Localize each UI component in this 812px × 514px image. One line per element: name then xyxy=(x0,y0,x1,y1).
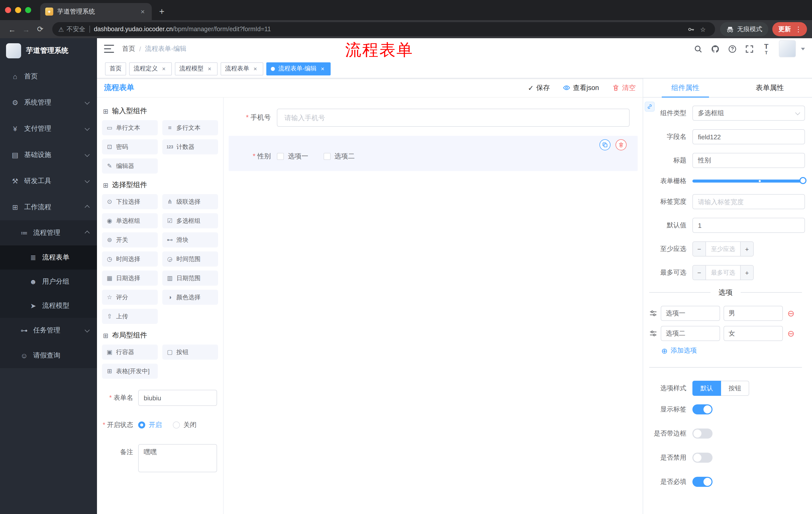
view-json-button[interactable]: 查看json xyxy=(563,83,599,92)
style-default-button[interactable]: 默认 xyxy=(692,381,721,396)
component-editor[interactable]: ✎编辑器 xyxy=(102,158,158,173)
component-color-picker[interactable]: ◑颜色选择 xyxy=(162,290,218,305)
copy-field-button[interactable] xyxy=(600,139,610,151)
delete-field-button[interactable] xyxy=(615,139,627,151)
tag-process-form-edit[interactable]: 流程表单-编辑 × xyxy=(266,62,330,75)
style-button-button[interactable]: 按钮 xyxy=(721,381,749,396)
tag-process-definition[interactable]: 流程定义 × xyxy=(129,62,172,75)
option-label-input[interactable] xyxy=(661,306,720,321)
sidebar-item-task-mgmt[interactable]: ⊶ 任务管理 xyxy=(0,318,97,343)
canvas-field-phone[interactable]: 手机号 xyxy=(229,105,638,131)
component-password[interactable]: ⊡密码 xyxy=(102,139,158,154)
tab-form-props[interactable]: 表单属性 xyxy=(728,78,812,97)
zoom-window-button[interactable] xyxy=(25,7,31,13)
sidebar-item-process-form[interactable]: ≣ 流程表单 xyxy=(0,245,97,270)
component-date-range[interactable]: ▥日期范围 xyxy=(162,271,218,286)
tab-close-icon[interactable]: × xyxy=(139,7,147,16)
component-checkbox-group[interactable]: ☑多选框组 xyxy=(162,213,218,228)
label-width-input[interactable] xyxy=(692,194,805,209)
checkbox-option-2[interactable]: 选项二 xyxy=(323,152,355,161)
minus-button[interactable]: − xyxy=(693,242,706,256)
tag-home[interactable]: 首页 xyxy=(105,62,126,75)
save-button[interactable]: ✓ 保存 xyxy=(528,83,550,92)
address-bar[interactable]: ⚠ 不安全 dashboard.yudao.iocoder.cn/bpm/man… xyxy=(52,22,715,36)
sidebar-toggle-icon[interactable] xyxy=(104,45,114,53)
sidebar-item-devtools[interactable]: ⚒ 研发工具 xyxy=(0,168,97,194)
show-label-toggle[interactable] xyxy=(692,404,713,414)
help-icon[interactable] xyxy=(726,42,738,55)
tag-process-form[interactable]: 流程表单 × xyxy=(221,62,263,75)
sidebar-item-infra[interactable]: ▤ 基础设施 xyxy=(0,142,97,168)
component-table[interactable]: ⊞表格[开发中] xyxy=(102,363,158,379)
title-input[interactable] xyxy=(692,153,805,168)
checkbox-option-1[interactable]: 选项一 xyxy=(277,152,308,161)
component-time-range[interactable]: ◶时间范围 xyxy=(162,251,218,267)
form-grid-slider[interactable] xyxy=(692,180,803,183)
search-icon[interactable] xyxy=(691,42,704,55)
drag-handle-icon[interactable] xyxy=(649,329,657,337)
drag-handle-icon[interactable] xyxy=(649,309,657,317)
form-canvas[interactable]: 手机号 xyxy=(224,98,643,514)
component-button[interactable]: ▢按钮 xyxy=(162,345,218,360)
canvas-field-gender-selected[interactable]: 性别 选项一 选项二 xyxy=(229,136,638,171)
browser-menu-icon[interactable]: ⋮ xyxy=(793,25,804,33)
field-name-input[interactable] xyxy=(692,129,805,144)
component-single-line-text[interactable]: ▭单行文本 xyxy=(102,120,158,135)
component-row-container[interactable]: ▣行容器 xyxy=(102,345,158,360)
bookmark-star-icon[interactable]: ☆ xyxy=(697,23,709,35)
avatar[interactable] xyxy=(779,40,796,57)
status-radio-open[interactable]: 开启 xyxy=(138,421,162,430)
component-cascader[interactable]: ⋔级联选择 xyxy=(162,194,218,209)
form-remark-textarea[interactable]: 嘿嘿 xyxy=(138,444,217,472)
disabled-toggle[interactable] xyxy=(692,453,713,463)
font-size-icon[interactable]: TT xyxy=(760,42,773,55)
fullscreen-icon[interactable] xyxy=(743,42,756,55)
component-type-select[interactable]: 多选框组 xyxy=(692,106,805,121)
remove-option-icon[interactable]: ⊖ xyxy=(787,329,795,338)
sidebar-item-payment[interactable]: ¥ 支付管理 xyxy=(0,116,97,142)
password-key-icon[interactable] xyxy=(685,23,697,35)
browser-tab[interactable]: ✦ 芋道管理系统 × xyxy=(40,3,152,20)
sidebar-item-system[interactable]: ⚙ 系统管理 xyxy=(0,89,97,116)
component-radio-group[interactable]: ◉单选框组 xyxy=(102,213,158,228)
default-value-input[interactable] xyxy=(692,218,805,233)
component-switch[interactable]: ⊚开关 xyxy=(102,232,158,247)
component-upload[interactable]: ⇧上传 xyxy=(102,309,158,324)
component-dropdown[interactable]: ⊙下拉选择 xyxy=(102,194,158,209)
close-window-button[interactable] xyxy=(5,7,11,13)
slider-handle[interactable] xyxy=(800,177,807,184)
with-border-toggle[interactable] xyxy=(692,429,713,438)
close-icon[interactable]: × xyxy=(160,65,167,72)
required-toggle[interactable] xyxy=(692,477,713,487)
add-option-button[interactable]: ⊕ 添加选项 xyxy=(661,346,805,355)
plus-button[interactable]: + xyxy=(740,266,753,280)
sidebar-item-home[interactable]: ⌂ 首页 xyxy=(0,63,97,89)
forward-button[interactable]: → xyxy=(19,22,33,36)
sidebar-item-leave-query[interactable]: ☺ 请假查询 xyxy=(0,343,97,368)
sidebar-item-user-group[interactable]: ☻ 用户分组 xyxy=(0,270,97,294)
max-select-value[interactable]: 最多可选 xyxy=(706,266,740,280)
status-radio-closed[interactable]: 关闭 xyxy=(173,421,197,430)
minimize-window-button[interactable] xyxy=(15,7,21,13)
reload-button[interactable]: ⟳ xyxy=(33,22,47,36)
option-label-input[interactable] xyxy=(661,326,720,341)
close-icon[interactable]: × xyxy=(252,65,259,72)
new-tab-button[interactable]: + xyxy=(155,4,169,19)
back-button[interactable]: ← xyxy=(5,22,19,36)
browser-update-button[interactable]: 更新 ⋮ xyxy=(772,22,807,36)
clear-button[interactable]: 清空 xyxy=(612,83,636,92)
sidebar-item-workflow[interactable]: ⊞ 工作流程 xyxy=(0,194,97,220)
phone-input[interactable] xyxy=(277,109,630,127)
avatar-caret-icon[interactable] xyxy=(801,48,805,50)
tab-component-props[interactable]: 组件属性 xyxy=(643,78,728,97)
github-icon[interactable] xyxy=(708,42,722,55)
minus-button[interactable]: − xyxy=(693,266,706,280)
breadcrumb-root[interactable]: 首页 xyxy=(122,44,135,53)
close-icon[interactable]: × xyxy=(206,65,213,72)
security-chip[interactable]: ⚠ 不安全 xyxy=(58,25,85,33)
remove-option-icon[interactable]: ⊖ xyxy=(787,309,795,318)
component-multi-line-text[interactable]: ≡多行文本 xyxy=(162,120,218,135)
plus-button[interactable]: + xyxy=(740,242,753,256)
tag-process-model[interactable]: 流程模型 × xyxy=(175,62,218,75)
component-counter[interactable]: 123计数器 xyxy=(162,139,218,154)
